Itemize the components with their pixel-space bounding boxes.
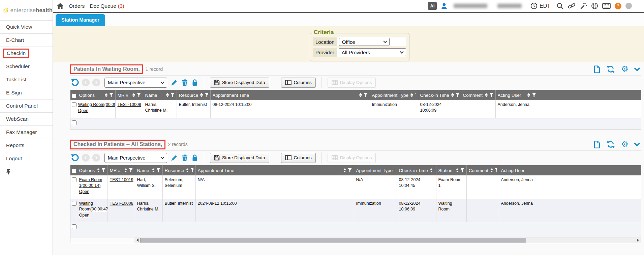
scroll-left-button[interactable] [134, 237, 140, 243]
provider-select[interactable]: All Providers [339, 48, 406, 56]
column-header-appointment-type[interactable]: Appointment Type [370, 90, 418, 100]
delete-perspective-icon[interactable] [181, 154, 188, 162]
next-perspective-button[interactable] [92, 79, 100, 86]
columns-button[interactable]: Columns [281, 153, 316, 163]
sort-icon[interactable] [343, 168, 346, 172]
reset-perspective-icon[interactable] [71, 153, 79, 162]
sort-icon[interactable] [105, 93, 108, 97]
globe-icon[interactable] [591, 2, 598, 9]
mr-link[interactable]: TEST-10008 [110, 201, 133, 206]
sort-icon[interactable] [200, 93, 203, 97]
sort-icon[interactable] [97, 168, 100, 172]
filter-icon[interactable] [490, 93, 493, 97]
sort-icon[interactable] [132, 93, 135, 97]
row-checkbox[interactable] [72, 177, 76, 182]
column-header-acting-user[interactable]: Acting User [495, 90, 641, 100]
keyboard-icon[interactable] [602, 3, 611, 9]
column-header-name[interactable]: Name [135, 165, 162, 175]
sort-icon[interactable] [186, 168, 189, 172]
row-checkbox[interactable] [72, 201, 76, 206]
pin-icon[interactable] [5, 168, 11, 175]
open-link[interactable]: Open [78, 108, 89, 114]
sort-icon[interactable] [527, 93, 530, 97]
column-header-resource[interactable]: Resource [177, 90, 210, 100]
sort-icon[interactable] [166, 93, 169, 97]
footer-checkbox[interactable] [72, 120, 76, 125]
footer-checkbox[interactable] [72, 224, 76, 229]
link-icon[interactable] [568, 2, 576, 9]
delete-perspective-icon[interactable] [181, 79, 188, 86]
column-header-options[interactable]: Options [77, 165, 108, 175]
clock-icon[interactable] [530, 2, 538, 9]
column-header-station[interactable]: Station [436, 165, 466, 175]
sidebar-item-webscan[interactable]: WebScan [0, 113, 53, 126]
station-link[interactable]: Waiting Room(00:00:47) [79, 201, 108, 211]
select-all-checkbox[interactable] [72, 169, 76, 173]
collapse-chevron-icon[interactable] [634, 65, 640, 71]
column-header-options[interactable]: Options [77, 90, 115, 100]
filter-icon[interactable] [171, 93, 175, 97]
lock-perspective-icon[interactable] [191, 154, 198, 162]
sidebar-item-scheduler[interactable]: Scheduler [0, 60, 53, 73]
perspective-select[interactable]: Main Perspective [104, 153, 167, 163]
topbar-menu-doc-queue[interactable]: Doc Queue (3) [90, 3, 124, 9]
open-link[interactable]: Open [79, 213, 90, 218]
sort-icon[interactable] [152, 168, 155, 172]
filter-icon[interactable] [191, 168, 193, 172]
column-header-appointment-type[interactable]: Appointment Type [354, 165, 397, 175]
collapse-chevron-icon[interactable] [634, 140, 640, 146]
column-header-checkin-time[interactable]: Check-in Time [397, 165, 436, 175]
sort-icon[interactable] [456, 168, 459, 172]
store-displayed-data-button[interactable]: Store Displayed Data [210, 78, 269, 88]
column-header-appointment-time[interactable]: Appointment Time [210, 90, 370, 100]
edit-perspective-icon[interactable] [171, 79, 178, 86]
ai-badge[interactable]: AI [428, 2, 437, 10]
column-header-resource[interactable]: Resource [162, 165, 195, 175]
mr-link[interactable]: TEST-10008 [118, 102, 141, 107]
sort-icon[interactable] [430, 168, 433, 172]
gear-icon[interactable]: ⚙ [621, 66, 628, 73]
column-header-appointment-time[interactable]: Appointment Time [195, 165, 354, 175]
mr-link[interactable]: TEST-10019 [110, 177, 133, 182]
scroll-right-button[interactable] [635, 237, 641, 243]
scrollbar-thumb[interactable] [140, 238, 526, 243]
select-all-checkbox[interactable] [72, 93, 76, 98]
column-header-name[interactable]: Name [143, 90, 177, 100]
row-checkbox[interactable] [72, 102, 76, 107]
filter-icon[interactable] [532, 93, 536, 97]
prev-perspective-button[interactable] [82, 79, 90, 86]
sidebar-item-checkin[interactable]: Checkin [0, 47, 53, 60]
column-header-mr[interactable]: MR # [108, 165, 135, 175]
lock-perspective-icon[interactable] [191, 79, 198, 86]
sidebar-item-e-chart[interactable]: E-Chart [0, 34, 53, 47]
new-document-icon[interactable] [594, 65, 600, 73]
horizontal-scrollbar[interactable] [134, 237, 641, 243]
prev-perspective-button[interactable] [82, 154, 90, 162]
sidebar-item-quick-view[interactable]: Quick View [0, 21, 53, 34]
sidebar-item-task-list[interactable]: Task List [0, 73, 53, 86]
next-perspective-button[interactable] [92, 154, 100, 162]
filter-icon[interactable] [364, 93, 368, 97]
scrollbar-track[interactable] [140, 237, 635, 243]
station-link[interactable]: Waiting Room(00:00:47) [78, 102, 116, 107]
filter-icon[interactable] [137, 93, 141, 97]
tab-station-manager[interactable]: Station Manager [56, 14, 105, 26]
refresh-icon[interactable] [607, 140, 615, 148]
user-icon[interactable] [441, 3, 448, 9]
filter-icon[interactable] [102, 168, 105, 172]
sort-icon[interactable] [485, 93, 488, 97]
sort-icon[interactable] [490, 168, 493, 172]
column-header-mr[interactable]: MR # [115, 90, 143, 100]
wand-icon[interactable] [580, 2, 587, 10]
station-link[interactable]: Exam Room 1(00:00:14) [79, 177, 102, 188]
filter-icon[interactable] [157, 168, 160, 172]
edit-perspective-icon[interactable] [171, 154, 178, 162]
open-link[interactable]: Open [79, 189, 90, 195]
search-icon[interactable] [556, 2, 564, 10]
filter-icon[interactable] [129, 168, 133, 172]
topbar-menu-orders[interactable]: Orders [69, 3, 85, 9]
location-select[interactable]: Office [339, 38, 390, 46]
filter-icon[interactable] [348, 168, 352, 172]
reset-perspective-icon[interactable] [71, 78, 79, 87]
store-displayed-data-button[interactable]: Store Displayed Data [210, 153, 269, 163]
